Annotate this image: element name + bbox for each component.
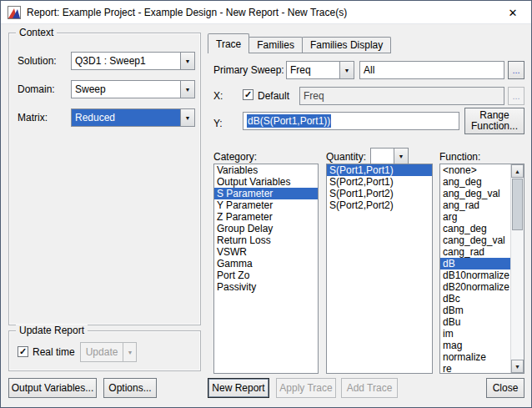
new-report-label: New Report: [212, 382, 264, 394]
update-button: Update ▼: [80, 342, 137, 362]
close-label: Close: [493, 382, 519, 394]
real-time-label[interactable]: Real time: [33, 346, 75, 358]
scrollbar-thumb[interactable]: [512, 179, 523, 230]
list-item[interactable]: cang_rad: [440, 246, 510, 258]
close-button[interactable]: Close: [486, 378, 524, 398]
list-item[interactable]: Return Loss: [214, 234, 318, 246]
chevron-down-icon[interactable]: ▼: [394, 149, 408, 164]
add-trace-button: Add Trace: [341, 378, 398, 398]
ellipsis-icon: ...: [512, 65, 519, 75]
list-item[interactable]: Group Delay: [214, 223, 318, 234]
list-item[interactable]: VSWR: [214, 246, 318, 258]
list-item[interactable]: dBu: [440, 316, 510, 328]
chevron-down-icon[interactable]: ▼: [180, 109, 194, 126]
list-item[interactable]: dBm: [440, 305, 510, 316]
options-label: Options...: [108, 382, 151, 394]
list-item[interactable]: ang_deg: [440, 176, 510, 188]
y-expression-value: dB(S(Port1,Port1)): [247, 114, 331, 128]
solution-value: Q3D1 : Sweep1: [72, 53, 180, 69]
list-item[interactable]: S(Port1,Port1): [327, 164, 432, 176]
list-item[interactable]: Passivity: [214, 281, 318, 293]
domain-value: Sweep: [72, 81, 180, 98]
list-item[interactable]: ang_deg_val: [440, 188, 510, 199]
list-item[interactable]: mag: [440, 340, 510, 351]
tab-trace[interactable]: Trace: [208, 33, 249, 53]
solution-label: Solution:: [18, 55, 57, 67]
output-variables-button[interactable]: Output Variables...: [8, 378, 97, 398]
list-item[interactable]: im: [440, 328, 510, 340]
options-button[interactable]: Options...: [103, 378, 157, 398]
range-function-button[interactable]: Range Function...: [464, 108, 524, 134]
function-scrollbar[interactable]: ▲ ▼: [510, 164, 524, 373]
tab-families-display[interactable]: Families Display: [302, 37, 391, 53]
x-ellipsis-button: ...: [508, 87, 524, 105]
list-item[interactable]: cang_deg: [440, 223, 510, 234]
window-title: Report: Example Project - Example Design…: [27, 7, 347, 18]
list-item[interactable]: S(Port2,Port2): [327, 199, 432, 211]
y-expression-field[interactable]: dB(S(Port1,Port1)): [243, 112, 459, 130]
function-label: Function:: [439, 151, 480, 163]
list-item[interactable]: Port Zo: [214, 269, 318, 281]
default-label[interactable]: Default: [258, 90, 289, 102]
report-dialog: Report: Example Project - Example Design…: [0, 0, 532, 408]
primary-sweep-combobox[interactable]: Freq ▼: [286, 61, 354, 79]
list-item[interactable]: S(Port2,Port1): [327, 176, 432, 188]
sweep-range-field[interactable]: All: [359, 61, 504, 79]
list-item[interactable]: Z Parameter: [214, 211, 318, 223]
quantity-listbox[interactable]: S(Port1,Port1)S(Port2,Port1)S(Port1,Port…: [326, 164, 433, 374]
list-item[interactable]: ang_rad: [440, 199, 510, 211]
list-item[interactable]: dB20normalize: [440, 281, 510, 293]
list-item[interactable]: Variables: [214, 164, 318, 176]
real-time-checkbox[interactable]: ✓: [18, 346, 28, 357]
apply-trace-button: Apply Trace: [276, 378, 336, 398]
quantity-combobox[interactable]: ▼: [370, 148, 409, 164]
category-listbox[interactable]: VariablesOutput VariablesS ParameterY Pa…: [213, 164, 319, 374]
list-item[interactable]: dB10normalize: [440, 269, 510, 281]
list-item[interactable]: re: [440, 363, 510, 374]
apply-trace-label: Apply Trace: [279, 382, 332, 394]
title-bar[interactable]: Report: Example Project - Example Design…: [1, 1, 531, 24]
sweep-range-ellipsis-button[interactable]: ...: [508, 61, 524, 79]
x-expression-field: Freq: [299, 87, 504, 105]
tab-families[interactable]: Families: [248, 37, 303, 53]
list-item[interactable]: Gamma: [214, 258, 318, 269]
quantity-label: Quantity:: [326, 151, 366, 163]
add-trace-label: Add Trace: [347, 382, 393, 394]
context-group-title: Context: [16, 27, 57, 38]
list-item[interactable]: S Parameter: [214, 188, 318, 199]
update-button-label: Update: [86, 346, 118, 358]
domain-combobox[interactable]: Sweep ▼: [71, 80, 195, 98]
list-item[interactable]: dB: [440, 258, 510, 269]
matrix-label: Matrix:: [18, 112, 48, 123]
new-report-button[interactable]: New Report: [208, 378, 269, 398]
list-item[interactable]: S(Port1,Port2): [327, 188, 432, 199]
x-expression-value: Freq: [304, 90, 324, 102]
function-listbox[interactable]: <none>ang_degang_deg_valang_radargcang_d…: [439, 164, 524, 374]
list-item[interactable]: Output Variables: [214, 176, 318, 188]
scroll-down-icon[interactable]: ▼: [511, 360, 524, 373]
chevron-down-icon: ▼: [123, 343, 136, 361]
context-group: Context: [8, 33, 201, 325]
list-item[interactable]: normalize: [440, 351, 510, 363]
close-icon[interactable]: ✕: [499, 4, 526, 21]
matrix-combobox[interactable]: Reduced ▼: [71, 108, 195, 127]
list-item[interactable]: <none>: [440, 164, 510, 176]
primary-sweep-value: Freq: [287, 62, 339, 78]
report-icon: [8, 6, 21, 19]
ellipsis-icon: ...: [512, 91, 519, 101]
list-item[interactable]: cang_deg_val: [440, 234, 510, 246]
primary-sweep-label: Primary Sweep:: [213, 64, 284, 76]
chevron-down-icon[interactable]: ▼: [180, 53, 194, 69]
scroll-up-icon[interactable]: ▲: [511, 164, 524, 178]
default-checkbox[interactable]: ✓: [243, 89, 253, 100]
list-item[interactable]: Y Parameter: [214, 199, 318, 211]
tab-strip: Trace Families Families Display: [208, 33, 391, 53]
output-variables-label: Output Variables...: [12, 382, 94, 394]
list-item[interactable]: arg: [440, 211, 510, 223]
list-item[interactable]: dBc: [440, 293, 510, 305]
solution-combobox[interactable]: Q3D1 : Sweep1 ▼: [71, 52, 195, 70]
chevron-down-icon[interactable]: ▼: [180, 81, 194, 98]
sweep-range-value: All: [364, 64, 374, 76]
chevron-down-icon[interactable]: ▼: [339, 62, 354, 78]
quantity-combobox-value: [371, 149, 394, 164]
